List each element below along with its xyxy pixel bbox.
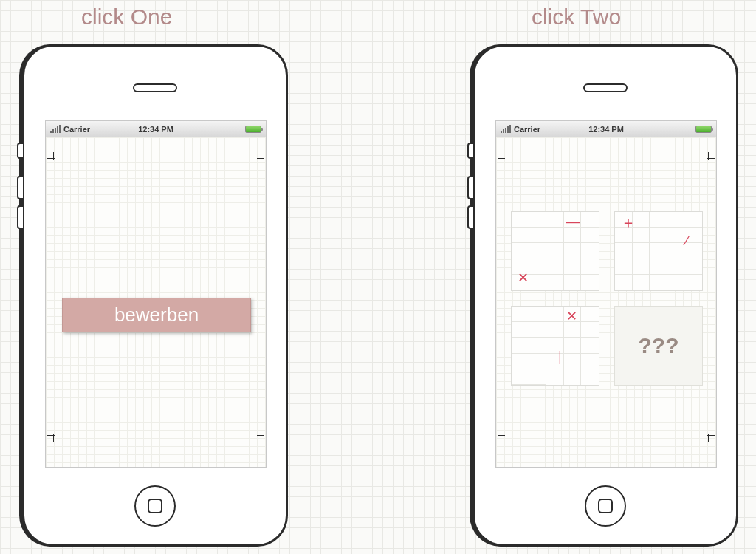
carrier-label: Carrier	[514, 125, 540, 134]
status-bar: Carrier 12:34 PM	[46, 121, 266, 137]
screen-one: Carrier 12:34 PM bewerben	[45, 120, 267, 468]
speaker-slot	[583, 83, 628, 92]
home-button[interactable]	[134, 485, 176, 527]
guide-mark	[258, 152, 258, 160]
speaker-slot	[133, 83, 177, 92]
guide-mark	[504, 152, 504, 160]
guide-mark	[708, 434, 709, 442]
vertical-bar-icon: —	[554, 351, 568, 364]
carrier-label: Carrier	[63, 125, 90, 134]
plus-icon: ＋	[621, 215, 636, 230]
battery-icon	[695, 126, 712, 133]
clock-label: 12:34 PM	[588, 125, 624, 134]
home-icon	[598, 499, 613, 513]
title-click-two: click Two	[532, 4, 621, 30]
phone-mockup-two: Carrier 12:34 PM — ✕	[472, 44, 738, 547]
guide-mark	[53, 152, 54, 160]
puzzle-tile-1[interactable]: — ✕	[511, 211, 599, 291]
puzzle-tile-question[interactable]: ???	[614, 306, 703, 386]
minus-icon: —	[566, 215, 580, 228]
content-area-one: bewerben	[46, 137, 266, 467]
signal-icon	[501, 125, 511, 133]
battery-icon	[245, 126, 261, 133]
volume-down-button	[17, 205, 24, 229]
home-icon	[148, 499, 162, 513]
home-button[interactable]	[585, 485, 626, 527]
volume-up-button	[467, 176, 475, 199]
puzzle-tile-2[interactable]: ＋ ∕	[614, 211, 703, 291]
guide-mark	[504, 434, 504, 442]
puzzle-tile-3[interactable]: ✕ —	[511, 306, 599, 386]
x-icon: ✕	[518, 271, 529, 284]
content-area-two: — ✕ ＋ ∕ ✕	[496, 137, 716, 467]
signal-icon	[50, 125, 61, 133]
mute-switch	[17, 143, 24, 159]
slash-icon: ∕	[686, 234, 688, 247]
x-icon: ✕	[566, 310, 577, 323]
status-bar: Carrier 12:34 PM	[496, 121, 716, 137]
bewerben-button[interactable]: bewerben	[62, 298, 251, 332]
clock-label: 12:34 PM	[138, 125, 173, 134]
guide-mark	[258, 434, 258, 442]
screen-two: Carrier 12:34 PM — ✕	[495, 120, 717, 468]
guide-mark	[708, 152, 709, 160]
phone-mockup-one: Carrier 12:34 PM bewerben	[22, 44, 288, 547]
guide-mark	[53, 434, 54, 442]
title-click-one: click One	[81, 4, 172, 30]
volume-up-button	[17, 176, 24, 199]
volume-down-button	[467, 205, 475, 229]
puzzle-grid: — ✕ ＋ ∕ ✕	[511, 211, 701, 386]
mute-switch	[467, 143, 475, 159]
